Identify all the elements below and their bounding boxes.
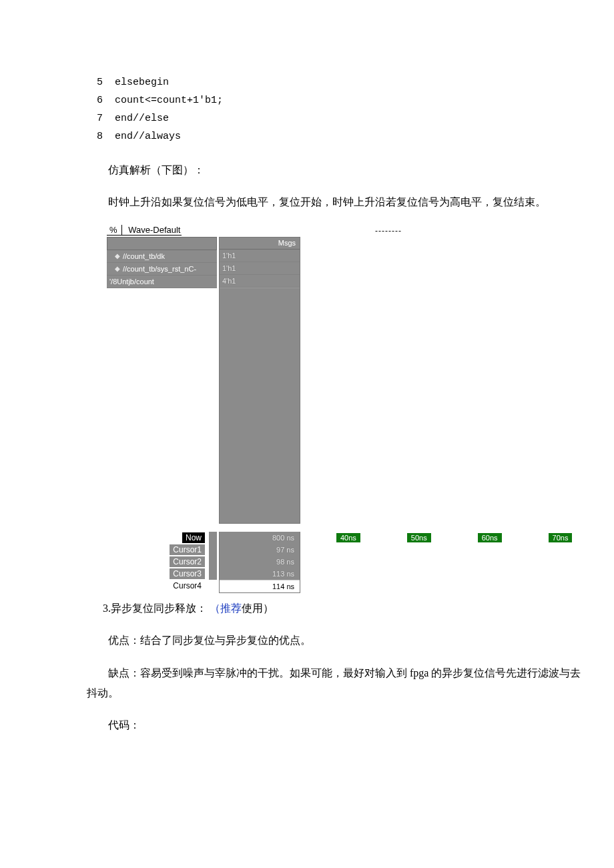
- cursor-row-now[interactable]: Now: [107, 532, 217, 544]
- cursor-val-4: 114 ns: [220, 580, 300, 592]
- cursor-label-4: Cursor4: [170, 580, 205, 591]
- sec3-num: 3.异步复位同步释放：: [103, 602, 207, 614]
- cursor-val-2: 98 ns: [220, 556, 300, 568]
- line-number: 7: [87, 109, 103, 127]
- cursor-labels-block: Now Cursor1 Cursor2 Cursor3 Cursor4: [107, 532, 217, 592]
- code-text: end//else: [115, 109, 169, 127]
- line-number: 8: [87, 127, 103, 145]
- cursor-val-3: 113 ns: [220, 568, 300, 580]
- line-number: 6: [87, 91, 103, 109]
- simulation-title: 仿真解析（下图）：: [87, 160, 587, 180]
- cursor-row-1[interactable]: Cursor1: [107, 544, 217, 556]
- cursor-label-now: Now: [182, 532, 205, 543]
- sim-desc-text: 时钟上升沿如果复位信号为低电平，复位开始，时钟上升沿若复位信号为高电平，复位结束…: [108, 196, 546, 207]
- cursor-label-2: Cursor2: [170, 556, 205, 567]
- pros-paragraph: 优点：结合了同步复位与异步复位的优点。: [87, 630, 587, 650]
- cursor-gutter: [209, 580, 217, 592]
- cursor-val-now: 800 ns: [220, 532, 300, 544]
- time-tick: 50ns: [407, 533, 431, 542]
- wave-names-column: ◆ //count_tb/dk ◆ //count_tb/sys_rst_nC-…: [107, 237, 217, 288]
- time-tick: 40ns: [336, 533, 360, 542]
- code-line: 7 end//else: [87, 109, 587, 127]
- code-block: 5 elsebegin 6 count<=count+1'b1; 7 end//…: [87, 73, 587, 145]
- wave-values-column: Msgs 1'h1 1'h1 4'h1: [219, 237, 300, 524]
- section-3-heading: 3.异步复位同步释放： （推荐使用）: [87, 598, 587, 618]
- cursor-gutter: [209, 532, 217, 544]
- wave-names-header: [107, 237, 217, 250]
- signal-name-row[interactable]: ◆ //count_tb/dk: [107, 250, 217, 263]
- cursor-gutter: [209, 568, 217, 580]
- simulation-description: 时钟上升沿如果复位信号为低电平，复位开始，时钟上升沿若复位信号为高电平，复位结束…: [87, 192, 587, 212]
- wave-values-header: Msgs: [220, 238, 300, 250]
- cons-paragraph: 缺点：容易受到噪声与宰脉冲的干扰。如果可能，最好对输入到 fpga 的异步复位信…: [87, 663, 587, 704]
- cursor-label-1: Cursor1: [170, 544, 205, 555]
- wave-title-text: Wave-Default: [128, 225, 180, 235]
- cursor-val-1: 97 ns: [220, 544, 300, 556]
- wave-values-fill: [220, 288, 300, 523]
- code-text: count<=count+1'b1;: [115, 91, 223, 109]
- wave-dashes: --------: [375, 226, 402, 236]
- signal-name-row[interactable]: ◆ //count_tb/sys_rst_nC-: [107, 263, 217, 276]
- code-line: 8 end//always: [87, 127, 587, 145]
- sec3-tail: 使用）: [242, 602, 274, 614]
- cursor-row-2[interactable]: Cursor2: [107, 556, 217, 568]
- code-label: 代码：: [87, 715, 587, 735]
- bullet-icon: ◆: [115, 265, 120, 272]
- cursor-gutter: [209, 544, 217, 556]
- signal-value-row: 4'h1: [220, 275, 300, 288]
- wave-title-pct: %: [108, 225, 122, 235]
- signal-name-row[interactable]: '/8Untjb/count: [107, 276, 217, 288]
- code-line: 5 elsebegin: [87, 73, 587, 91]
- cursor-values-block: 800 ns 97 ns 98 ns 113 ns 114 ns: [219, 532, 300, 593]
- wave-time-axis: 40ns 50ns 60ns 70ns: [307, 532, 572, 544]
- signal-name: //count_tb/sys_rst_nC-: [123, 265, 196, 273]
- time-tick: 60ns: [478, 533, 502, 542]
- bullet-icon: ◆: [115, 252, 120, 260]
- line-number: 5: [87, 73, 103, 91]
- signal-name: '/8Untjb/count: [109, 278, 154, 286]
- cursor-gutter: [209, 556, 217, 568]
- signal-value-row: 1'h1: [220, 262, 300, 275]
- signal-value-row: 1'h1: [220, 250, 300, 262]
- cursor-row-3[interactable]: Cursor3: [107, 568, 217, 580]
- code-text: end//always: [115, 127, 181, 145]
- code-line: 6 count<=count+1'b1;: [87, 91, 587, 109]
- wave-window-title: % Wave-Default: [107, 225, 182, 236]
- recommend-link[interactable]: （推荐: [210, 602, 242, 614]
- cursor-row-4[interactable]: Cursor4: [107, 580, 217, 592]
- waveform-window: % Wave-Default -------- ◆ //count_tb/dk …: [87, 225, 587, 598]
- cursor-label-3: Cursor3: [170, 568, 205, 579]
- code-text: elsebegin: [115, 73, 169, 91]
- time-tick: 70ns: [549, 533, 573, 542]
- signal-name: //count_tb/dk: [123, 252, 165, 260]
